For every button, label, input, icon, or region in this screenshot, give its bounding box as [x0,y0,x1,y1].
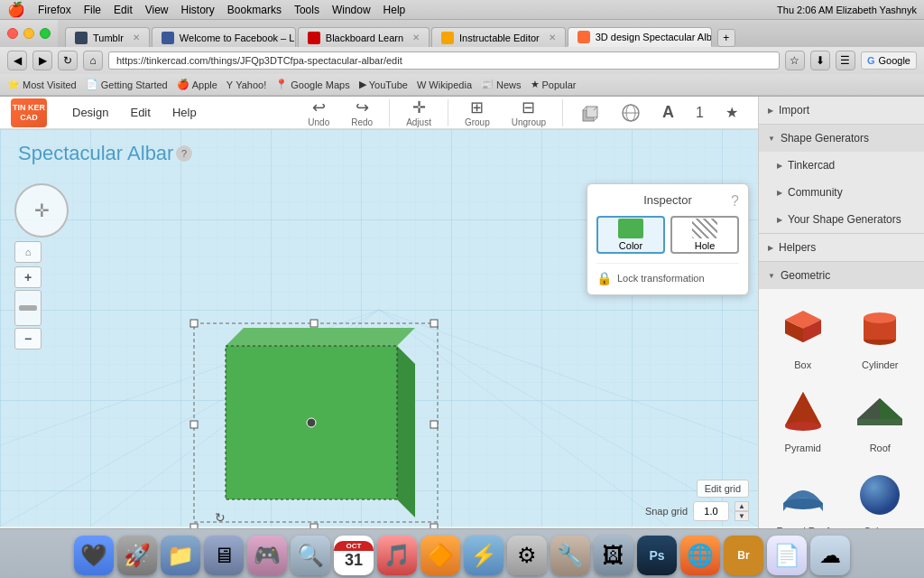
google-search-box[interactable]: G Google [861,51,917,70]
minimize-window-button[interactable] [23,28,34,39]
shape-round-roof[interactable]: Round Roof [768,464,838,528]
snap-input[interactable] [693,501,729,521]
snap-down-button[interactable]: ▼ [735,511,749,521]
your-generators-sub-header[interactable]: Your Shape Generators [759,206,924,233]
hole-button[interactable]: Hole [670,216,739,254]
dock-finder[interactable]: 🖤 [74,536,114,575]
bookmark-popular[interactable]: ★ Popular [531,79,577,90]
dock-settings[interactable]: ⚙ [507,536,547,575]
tab-blackboard-close[interactable]: ✕ [412,33,420,42]
menu-history[interactable]: History [181,4,215,16]
dock-game[interactable]: 🎮 [247,536,287,575]
adjust-button[interactable]: ✛ Adjust [397,94,440,131]
app-menu-help[interactable]: Help [162,102,208,123]
lock-row[interactable]: 🔒 Lock transformation [596,263,739,285]
forward-button[interactable]: ▶ [32,51,52,70]
import-header[interactable]: Import [759,97,924,124]
ungroup-button[interactable]: ⊟ Ungroup [503,94,555,131]
apple-menu[interactable]: 🍎 [7,1,25,18]
zoom-in-button[interactable]: + [14,266,42,288]
download-button[interactable]: ⬇ [810,51,830,70]
dock-calendar[interactable]: OCT 31 [334,536,374,575]
dock-pages[interactable]: 📄 [767,536,807,575]
view-cube-button[interactable] [570,99,608,126]
dock-firefox[interactable]: 🌐 [680,536,720,575]
dock-music[interactable]: 🎵 [377,536,417,575]
bookmark-star[interactable]: ☆ [785,51,805,70]
address-input[interactable] [108,51,780,70]
dock-launchpad[interactable]: 🚀 [117,536,157,575]
shape-pyramid[interactable]: Pyramid [768,381,838,457]
menu-window[interactable]: Window [332,4,371,16]
dock-photos[interactable]: 🖼 [594,536,633,575]
dock-files[interactable]: 📁 [161,536,200,575]
canvas-area[interactable]: Spectacular Albar ? ✛ ⌂ + − [0,129,758,528]
tab-tumblr-close[interactable]: ✕ [133,33,140,42]
tab-blackboard[interactable]: Blackboard Learn ✕ [298,27,430,47]
star-button[interactable]: ★ [716,100,747,125]
community-sub-header[interactable]: Community [759,179,924,206]
dock-photoshop[interactable]: Ps [637,536,677,575]
shape-cylinder[interactable]: Cylinder [845,298,916,374]
undo-button[interactable]: ↩ Undo [299,94,338,131]
home-button[interactable]: ⌂ [83,51,103,70]
bookmark-most-visited[interactable]: ⭐ Most Visited [7,79,77,90]
tab-instructable-close[interactable]: ✕ [549,33,556,42]
dock-bridge[interactable]: Br [724,536,763,575]
bookmark-yahoo[interactable]: Y Yahoo! [226,79,266,90]
redo-button[interactable]: ↪ Redo [342,94,382,131]
back-button[interactable]: ◀ [7,51,27,70]
geometric-header[interactable]: Geometric [759,262,924,289]
edit-grid-button[interactable]: Edit grid [697,480,749,498]
shape-sphere[interactable]: Sphere [845,464,916,528]
number-button[interactable]: 1 [687,101,713,125]
helpers-header[interactable]: Helpers [759,234,924,261]
tab-instructable[interactable]: Instructable Editor ✕ [431,27,566,47]
dock-display[interactable]: 🖥 [204,536,244,575]
menu-view[interactable]: View [145,4,169,16]
bookmark-getting-started[interactable]: 📄 Getting Started [86,79,168,90]
dock-app1[interactable]: 🔶 [420,536,460,575]
app-menu-edit[interactable]: Edit [119,102,161,123]
help-icon[interactable]: ? [176,145,192,162]
bookmark-apple[interactable]: 🍎 Apple [177,79,217,90]
zoom-slider[interactable] [14,290,42,326]
menu-button[interactable]: ☰ [836,51,855,70]
menu-tools[interactable]: Tools [294,4,319,16]
menu-firefox[interactable]: Firefox [38,4,71,16]
bookmark-google-maps[interactable]: 📍 Google Maps [275,79,349,90]
tinkercad-sub-header[interactable]: Tinkercad [759,152,924,179]
bookmark-news[interactable]: 📰 News [481,79,522,90]
shape-box[interactable]: Box [768,298,838,374]
reload-button[interactable]: ↻ [58,51,78,70]
shape-container[interactable]: ↻ [189,319,442,528]
bookmark-youtube[interactable]: ▶ YouTube [359,79,408,90]
dock-app2[interactable]: ⚡ [464,536,504,575]
menu-help[interactable]: Help [383,4,406,16]
zoom-out-button[interactable]: − [14,328,42,350]
group-button[interactable]: ⊞ Group [456,94,499,131]
close-window-button[interactable] [7,28,18,39]
bookmark-wikipedia[interactable]: W Wikipedia [417,79,472,90]
menu-file[interactable]: File [84,4,101,16]
tab-facebook[interactable]: Welcome to Facebook – L... ✕ [152,27,296,47]
shape-roof[interactable]: Roof [845,381,916,457]
tab-tinkercad[interactable]: 3D design Spectacular Alb... ✕ [568,27,712,47]
color-button[interactable]: Color [596,216,665,254]
new-tab-button[interactable]: + [717,29,735,47]
orbit-control[interactable]: ✛ [14,183,69,238]
home-view-button[interactable]: ⌂ [14,241,42,263]
menu-bookmarks[interactable]: Bookmarks [227,4,282,16]
app-menu-design[interactable]: Design [61,102,119,123]
menu-edit[interactable]: Edit [114,4,133,16]
inspector-help-icon[interactable]: ? [731,193,739,210]
snap-up-button[interactable]: ▲ [735,501,749,511]
view-toggle-button[interactable] [612,99,650,126]
dock-magnifier[interactable]: 🔍 [291,536,330,575]
shape-generators-header[interactable]: Shape Generators [759,125,924,152]
dock-cloud[interactable]: ☁ [810,536,850,575]
tab-tumblr[interactable]: Tumblr ✕ [65,27,150,47]
text-button[interactable]: A [653,99,683,126]
maximize-window-button[interactable] [40,28,51,39]
dock-tools[interactable]: 🔧 [550,536,590,575]
